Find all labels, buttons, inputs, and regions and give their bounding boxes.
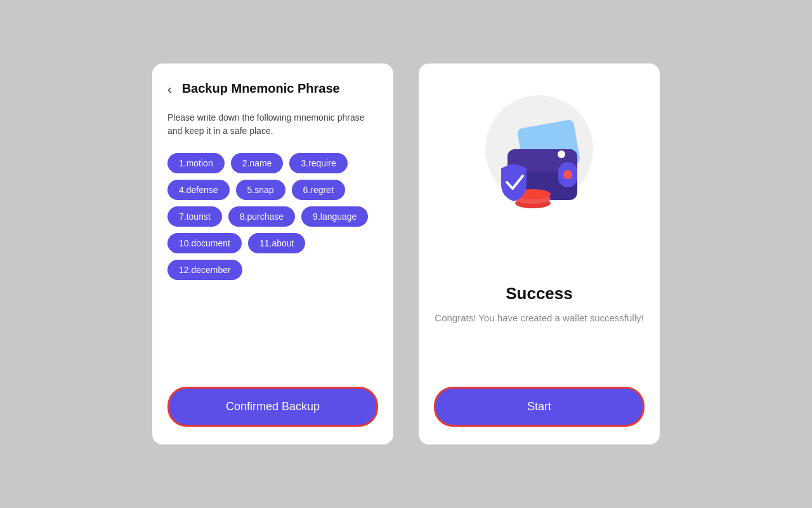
description-text: Please write down the following mnemonic… — [167, 111, 378, 138]
phrase-chip: 4.defense — [167, 180, 230, 200]
phrase-chip: 11.about — [248, 233, 306, 253]
phrase-chip: 9.language — [301, 206, 368, 227]
phrase-chip: 6.regret — [292, 180, 345, 200]
card-header: ‹ Backup Mnemonic Phrase — [167, 81, 378, 96]
start-button[interactable]: Start — [434, 387, 645, 427]
page-title: Backup Mnemonic Phrase — [182, 81, 340, 96]
phrase-chip: 2.name — [231, 153, 284, 173]
right-card: Success Congrats! You have created a wal… — [419, 64, 660, 444]
phrase-chip: 8.purchase — [228, 206, 295, 227]
success-description: Congrats! You have created a wallet succ… — [435, 311, 643, 326]
phrase-chip: 5.snap — [236, 180, 285, 200]
success-text-area: Success Congrats! You have created a wal… — [435, 284, 643, 326]
phrase-grid: 1.motion2.name3.require4.defense5.snap6.… — [167, 153, 378, 280]
phrase-chip: 7.tourist — [167, 206, 222, 227]
phrase-chip: 10.document — [167, 233, 242, 253]
phrase-chip: 1.motion — [167, 153, 225, 173]
phrase-chip: 12.december — [167, 260, 242, 280]
svg-point-8 — [558, 150, 565, 158]
phrase-chip: 3.require — [289, 153, 347, 173]
confirmed-backup-button[interactable]: Confirmed Backup — [167, 387, 378, 427]
success-title: Success — [435, 284, 643, 304]
wallet-illustration — [476, 89, 603, 222]
left-card: ‹ Backup Mnemonic Phrase Please write do… — [152, 64, 393, 444]
wallet-svg — [482, 105, 596, 219]
back-button[interactable]: ‹ — [167, 83, 172, 95]
svg-point-4 — [563, 170, 572, 179]
